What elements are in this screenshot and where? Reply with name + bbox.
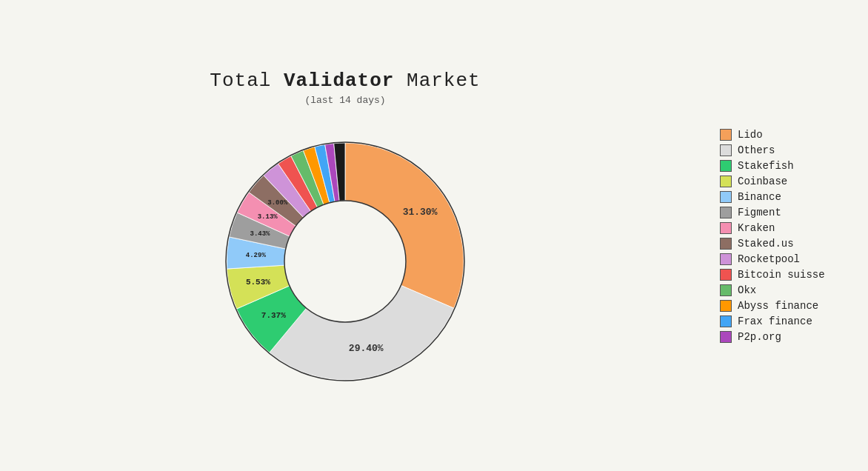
legend-color-box: [720, 207, 732, 218]
legend-label: Lido: [738, 129, 763, 141]
legend-item-okx: Okx: [720, 284, 868, 296]
legend-label: Binance: [738, 191, 781, 203]
subtitle: (last 14 days): [304, 95, 385, 106]
legend-label: Kraken: [738, 222, 775, 234]
legend-item-figment: Figment: [720, 207, 868, 218]
legend-color-box: [720, 160, 732, 172]
segment-label-stakefish: 7.37%: [261, 310, 286, 319]
legend-item-stakefish: Stakefish: [720, 160, 868, 172]
legend-item-others: Others: [720, 144, 868, 156]
legend-color-box: [720, 253, 732, 265]
legend-label: Abyss finance: [738, 300, 818, 312]
segment-label-others: 29.40%: [349, 343, 384, 354]
legend-item-binance: Binance: [720, 191, 868, 203]
legend-color-box: [720, 129, 732, 141]
legend: LidoOthersStakefishCoinbaseBinanceFigmen…: [720, 129, 868, 343]
segment-label-coinbase: 5.53%: [246, 278, 270, 287]
segment-label-binance: 4.29%: [246, 251, 267, 258]
legend-color-box: [720, 331, 732, 343]
legend-color-box: [720, 191, 732, 203]
legend-label: Rocketpool: [738, 253, 800, 265]
title-prefix: Total: [210, 70, 284, 92]
legend-color-box: [720, 238, 732, 250]
legend-label: Bitcoin suisse: [738, 269, 825, 281]
legend-color-box: [720, 315, 732, 327]
legend-item-coinbase: Coinbase: [720, 176, 868, 187]
legend-label: Okx: [738, 284, 756, 296]
segment-label-figment: 3.43%: [250, 230, 271, 237]
legend-item-frax-finance: Frax finance: [720, 315, 868, 327]
title-suffix: Market: [394, 70, 480, 92]
legend-item-staked.us: Staked.us: [720, 238, 868, 250]
page-container: Total Validator Market (last 14 days) 31…: [0, 0, 868, 471]
segment-label-staked.us: 3.00%: [267, 198, 288, 206]
segment-label-lido: 31.30%: [403, 206, 438, 217]
legend-item-bitcoin-suisse: Bitcoin suisse: [720, 269, 868, 281]
legend-item-kraken: Kraken: [720, 222, 868, 234]
chart-section: Total Validator Market (last 14 days) 31…: [0, 70, 690, 402]
legend-color-box: [720, 176, 732, 187]
legend-label: Figment: [738, 207, 781, 218]
legend-color-box: [720, 222, 732, 234]
legend-item-p2p.org: P2p.org: [720, 331, 868, 343]
legend-label: Frax finance: [738, 315, 812, 327]
donut-hole: [284, 201, 406, 322]
legend-label: Coinbase: [738, 176, 787, 187]
legend-label: Staked.us: [738, 238, 794, 250]
legend-item-abyss-finance: Abyss finance: [720, 300, 868, 312]
legend-item-rocketpool: Rocketpool: [720, 253, 868, 265]
title-bold: Validator: [284, 70, 394, 92]
legend-item-lido: Lido: [720, 129, 868, 141]
legend-color-box: [720, 300, 732, 312]
legend-color-box: [720, 284, 732, 296]
legend-label: Others: [738, 144, 775, 156]
donut-chart: 31.30%29.40%7.37%5.53%4.29%3.43%3.13%3.0…: [204, 121, 486, 402]
segment-label-kraken: 3.13%: [258, 213, 278, 220]
legend-label: P2p.org: [738, 331, 781, 343]
donut-svg: 31.30%29.40%7.37%5.53%4.29%3.43%3.13%3.0…: [204, 121, 486, 402]
page-title: Total Validator Market: [210, 70, 480, 92]
legend-color-box: [720, 269, 732, 281]
legend-label: Stakefish: [738, 160, 794, 172]
legend-color-box: [720, 144, 732, 156]
